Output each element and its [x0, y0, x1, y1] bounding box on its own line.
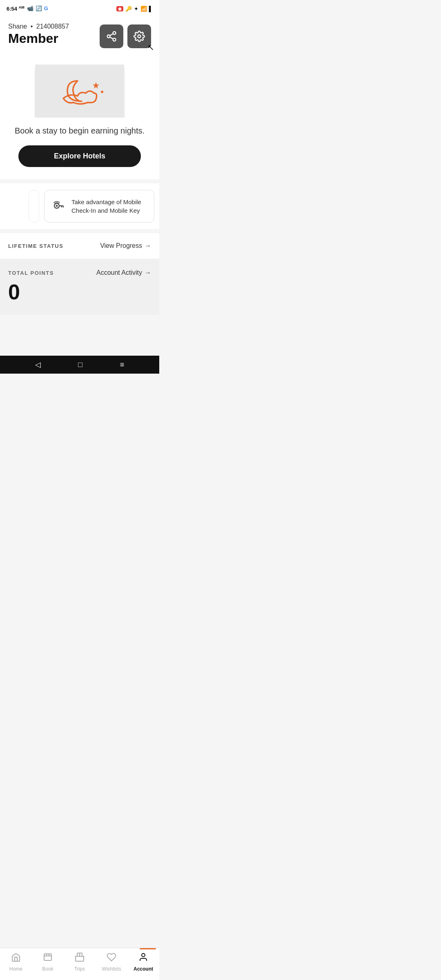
- status-right: ◉ 🔑 ✦ 📶 ▌: [116, 6, 153, 12]
- points-header: TOTAL POINTS Account Activity →: [8, 269, 151, 276]
- promo-card-text: Take advantage of Mobile Check-In and Mo…: [71, 198, 146, 215]
- bluetooth-icon: ✦: [134, 6, 138, 12]
- android-navigation-bar: ◁ □ ≡: [0, 356, 159, 374]
- svg-line-3: [110, 37, 113, 39]
- svg-point-5: [138, 35, 141, 38]
- status-time: 6:54 AM: [7, 5, 24, 12]
- promo-cards-section[interactable]: Take advantage of Mobile Check-In and Mo…: [0, 183, 159, 229]
- total-points-label: TOTAL POINTS: [8, 270, 54, 276]
- settings-button[interactable]: ↖: [127, 24, 151, 48]
- svg-point-6: [101, 91, 103, 93]
- status-left: 6:54 AM 📹 🔄 G: [7, 5, 48, 12]
- mobile-key-icon: [53, 198, 66, 214]
- member-id: 214008857: [36, 23, 69, 30]
- rec-badge: ◉: [116, 6, 123, 11]
- user-name-row: Shane • 214008857: [8, 23, 69, 30]
- svg-point-0: [113, 31, 116, 34]
- android-back-button[interactable]: ◁: [35, 360, 41, 369]
- lifetime-status-section: LIFETIME STATUS View Progress →: [0, 233, 159, 258]
- total-points-section: TOTAL POINTS Account Activity → 0: [0, 259, 159, 315]
- svg-point-8: [56, 205, 58, 207]
- share-button[interactable]: [100, 24, 123, 48]
- android-home-button[interactable]: □: [78, 361, 82, 369]
- header-actions: ↖: [100, 24, 151, 48]
- view-progress-text: View Progress: [100, 242, 142, 249]
- status-icons-left: 📹 🔄 G: [27, 5, 48, 11]
- bullet-separator: •: [31, 23, 35, 30]
- account-activity-text: Account Activity: [96, 269, 142, 276]
- moon-cloud-icon: [51, 67, 108, 111]
- view-progress-button[interactable]: View Progress →: [100, 242, 151, 249]
- wifi-icon: 📶: [140, 6, 147, 12]
- key-icon: 🔑: [125, 6, 132, 12]
- points-value: 0: [8, 281, 151, 303]
- explore-hotels-button[interactable]: Explore Hotels: [18, 145, 141, 167]
- account-activity-arrow: →: [145, 269, 151, 276]
- google-icon: G: [44, 5, 48, 11]
- account-activity-button[interactable]: Account Activity →: [96, 269, 151, 276]
- user-name: Shane: [8, 23, 27, 30]
- rotate-icon: 🔄: [36, 5, 42, 11]
- video-icon: 📹: [27, 5, 33, 11]
- svg-point-2: [113, 38, 116, 41]
- lifetime-status-label: LIFETIME STATUS: [8, 243, 63, 249]
- profile-header: Shane • 214008857 Member ↖: [0, 16, 159, 56]
- mobile-checkin-card[interactable]: Take advantage of Mobile Check-In and Mo…: [44, 190, 154, 223]
- arrow-right-icon: →: [145, 242, 151, 249]
- android-menu-button[interactable]: ≡: [120, 361, 125, 369]
- svg-line-4: [110, 34, 113, 36]
- nights-empty-message: Book a stay to begin earning nights.: [15, 125, 145, 136]
- night-graphic: [35, 65, 125, 118]
- user-info: Shane • 214008857 Member: [8, 23, 69, 46]
- svg-point-1: [107, 35, 110, 38]
- status-bar: 6:54 AM 📹 🔄 G ◉ 🔑 ✦ 📶 ▌: [0, 0, 159, 16]
- nights-section: Book a stay to begin earning nights. Exp…: [0, 56, 159, 179]
- battery-icon: ▌: [149, 6, 153, 12]
- user-tier: Member: [8, 31, 69, 46]
